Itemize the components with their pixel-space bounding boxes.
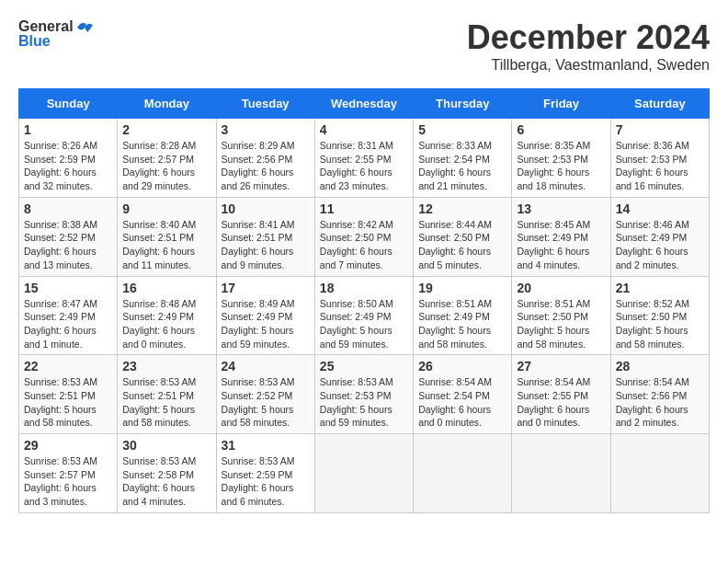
day-info: Sunrise: 8:50 AM Sunset: 2:49 PM Dayligh… — [320, 297, 408, 351]
calendar-cell: 6Sunrise: 8:35 AM Sunset: 2:53 PM Daylig… — [512, 119, 610, 198]
day-number: 2 — [122, 122, 210, 137]
day-number: 1 — [24, 122, 112, 137]
calendar-cell — [314, 434, 413, 513]
day-info: Sunrise: 8:44 AM Sunset: 2:50 PM Dayligh… — [418, 218, 506, 272]
day-info: Sunrise: 8:40 AM Sunset: 2:51 PM Dayligh… — [122, 218, 210, 272]
weekday-header-tuesday: Tuesday — [216, 89, 314, 119]
calendar-cell: 24Sunrise: 8:53 AM Sunset: 2:52 PM Dayli… — [216, 355, 314, 434]
day-info: Sunrise: 8:51 AM Sunset: 2:49 PM Dayligh… — [418, 297, 506, 351]
calendar-cell: 26Sunrise: 8:54 AM Sunset: 2:54 PM Dayli… — [414, 355, 512, 434]
calendar-cell: 19Sunrise: 8:51 AM Sunset: 2:49 PM Dayli… — [414, 276, 512, 355]
day-info: Sunrise: 8:31 AM Sunset: 2:55 PM Dayligh… — [320, 139, 408, 193]
calendar-cell: 30Sunrise: 8:53 AM Sunset: 2:58 PM Dayli… — [118, 434, 216, 513]
day-info: Sunrise: 8:26 AM Sunset: 2:59 PM Dayligh… — [24, 139, 112, 193]
day-number: 25 — [320, 359, 408, 373]
day-info: Sunrise: 8:53 AM Sunset: 2:53 PM Dayligh… — [320, 375, 408, 430]
day-info: Sunrise: 8:54 AM Sunset: 2:55 PM Dayligh… — [517, 375, 605, 430]
day-number: 5 — [418, 122, 506, 137]
day-number: 8 — [24, 201, 112, 216]
day-number: 30 — [122, 438, 210, 453]
day-number: 17 — [222, 281, 310, 295]
day-number: 28 — [616, 359, 704, 373]
page-header: GeneralBlue General Blue December 2024 T… — [18, 18, 710, 74]
day-info: Sunrise: 8:36 AM Sunset: 2:53 PM Dayligh… — [616, 139, 704, 193]
day-info: Sunrise: 8:53 AM Sunset: 2:52 PM Dayligh… — [222, 375, 310, 430]
calendar-cell: 25Sunrise: 8:53 AM Sunset: 2:53 PM Dayli… — [314, 355, 413, 434]
day-info: Sunrise: 8:47 AM Sunset: 2:49 PM Dayligh… — [24, 297, 112, 351]
calendar-cell — [512, 434, 610, 513]
day-number: 24 — [222, 359, 310, 373]
calendar-cell: 7Sunrise: 8:36 AM Sunset: 2:53 PM Daylig… — [610, 119, 709, 198]
day-info: Sunrise: 8:53 AM Sunset: 2:51 PM Dayligh… — [24, 375, 112, 430]
calendar-cell: 12Sunrise: 8:44 AM Sunset: 2:50 PM Dayli… — [414, 197, 512, 276]
calendar-cell: 31Sunrise: 8:53 AM Sunset: 2:59 PM Dayli… — [216, 434, 314, 513]
day-number: 11 — [320, 201, 408, 216]
logo-bird-icon — [75, 18, 96, 35]
weekday-header-thursday: Thursday — [414, 89, 512, 119]
day-number: 31 — [222, 438, 310, 453]
day-info: Sunrise: 8:33 AM Sunset: 2:54 PM Dayligh… — [418, 139, 506, 193]
day-info: Sunrise: 8:35 AM Sunset: 2:53 PM Dayligh… — [517, 139, 605, 193]
day-info: Sunrise: 8:38 AM Sunset: 2:52 PM Dayligh… — [24, 218, 112, 272]
logo-blue: Blue — [18, 33, 51, 50]
day-info: Sunrise: 8:53 AM Sunset: 2:51 PM Dayligh… — [122, 375, 210, 430]
day-info: Sunrise: 8:28 AM Sunset: 2:57 PM Dayligh… — [122, 139, 210, 193]
logo: GeneralBlue — [18, 18, 96, 50]
calendar-cell: 29Sunrise: 8:53 AM Sunset: 2:57 PM Dayli… — [19, 434, 118, 513]
calendar-cell: 10Sunrise: 8:41 AM Sunset: 2:51 PM Dayli… — [216, 197, 314, 276]
day-info: Sunrise: 8:45 AM Sunset: 2:49 PM Dayligh… — [517, 218, 605, 272]
day-number: 9 — [122, 201, 210, 216]
day-number: 10 — [222, 201, 310, 216]
day-info: Sunrise: 8:53 AM Sunset: 2:59 PM Dayligh… — [222, 454, 310, 509]
calendar-cell: 14Sunrise: 8:46 AM Sunset: 2:49 PM Dayli… — [610, 197, 709, 276]
calendar-cell: 21Sunrise: 8:52 AM Sunset: 2:50 PM Dayli… — [610, 276, 709, 355]
calendar-cell: 16Sunrise: 8:48 AM Sunset: 2:49 PM Dayli… — [118, 276, 216, 355]
day-number: 3 — [222, 122, 310, 137]
calendar-cell: 17Sunrise: 8:49 AM Sunset: 2:49 PM Dayli… — [216, 276, 314, 355]
calendar-cell: 1Sunrise: 8:26 AM Sunset: 2:59 PM Daylig… — [19, 119, 118, 198]
calendar-cell — [414, 434, 512, 513]
calendar-cell: 28Sunrise: 8:54 AM Sunset: 2:56 PM Dayli… — [610, 355, 709, 434]
calendar-cell: 13Sunrise: 8:45 AM Sunset: 2:49 PM Dayli… — [512, 197, 610, 276]
calendar-cell: 27Sunrise: 8:54 AM Sunset: 2:55 PM Dayli… — [512, 355, 610, 434]
day-info: Sunrise: 8:48 AM Sunset: 2:49 PM Dayligh… — [122, 297, 210, 351]
day-number: 12 — [418, 201, 506, 216]
calendar-cell: 18Sunrise: 8:50 AM Sunset: 2:49 PM Dayli… — [314, 276, 413, 355]
calendar-cell: 11Sunrise: 8:42 AM Sunset: 2:50 PM Dayli… — [314, 197, 413, 276]
weekday-header-sunday: Sunday — [19, 89, 118, 119]
day-number: 29 — [24, 438, 112, 453]
day-info: Sunrise: 8:49 AM Sunset: 2:49 PM Dayligh… — [222, 297, 310, 351]
day-number: 22 — [24, 359, 112, 373]
calendar-table: SundayMondayTuesdayWednesdayThursdayFrid… — [18, 88, 710, 513]
day-number: 15 — [24, 281, 112, 295]
day-info: Sunrise: 8:42 AM Sunset: 2:50 PM Dayligh… — [320, 218, 408, 272]
day-number: 6 — [517, 122, 605, 137]
day-number: 27 — [517, 359, 605, 373]
day-info: Sunrise: 8:29 AM Sunset: 2:56 PM Dayligh… — [222, 139, 310, 193]
calendar-cell: 3Sunrise: 8:29 AM Sunset: 2:56 PM Daylig… — [216, 119, 314, 198]
day-info: Sunrise: 8:46 AM Sunset: 2:49 PM Dayligh… — [616, 218, 704, 272]
calendar-cell: 9Sunrise: 8:40 AM Sunset: 2:51 PM Daylig… — [118, 197, 216, 276]
calendar-cell: 22Sunrise: 8:53 AM Sunset: 2:51 PM Dayli… — [19, 355, 118, 434]
title-area: December 2024 Tillberga, Vaestmanland, S… — [467, 18, 710, 74]
day-info: Sunrise: 8:51 AM Sunset: 2:50 PM Dayligh… — [517, 297, 605, 351]
calendar-cell: 8Sunrise: 8:38 AM Sunset: 2:52 PM Daylig… — [19, 197, 118, 276]
weekday-header-saturday: Saturday — [610, 89, 709, 119]
day-number: 16 — [122, 281, 210, 295]
day-number: 20 — [517, 281, 605, 295]
weekday-header-wednesday: Wednesday — [314, 89, 413, 119]
day-number: 4 — [320, 122, 408, 137]
calendar-cell: 4Sunrise: 8:31 AM Sunset: 2:55 PM Daylig… — [314, 119, 413, 198]
day-info: Sunrise: 8:53 AM Sunset: 2:58 PM Dayligh… — [122, 454, 210, 509]
calendar-cell: 20Sunrise: 8:51 AM Sunset: 2:50 PM Dayli… — [512, 276, 610, 355]
day-info: Sunrise: 8:52 AM Sunset: 2:50 PM Dayligh… — [616, 297, 704, 351]
calendar-cell — [610, 434, 709, 513]
day-number: 21 — [616, 281, 704, 295]
day-info: Sunrise: 8:41 AM Sunset: 2:51 PM Dayligh… — [222, 218, 310, 272]
weekday-header-monday: Monday — [118, 89, 216, 119]
day-info: Sunrise: 8:53 AM Sunset: 2:57 PM Dayligh… — [24, 454, 112, 509]
calendar-cell: 5Sunrise: 8:33 AM Sunset: 2:54 PM Daylig… — [414, 119, 512, 198]
weekday-header-friday: Friday — [512, 89, 610, 119]
calendar-cell: 15Sunrise: 8:47 AM Sunset: 2:49 PM Dayli… — [19, 276, 118, 355]
day-number: 13 — [517, 201, 605, 216]
